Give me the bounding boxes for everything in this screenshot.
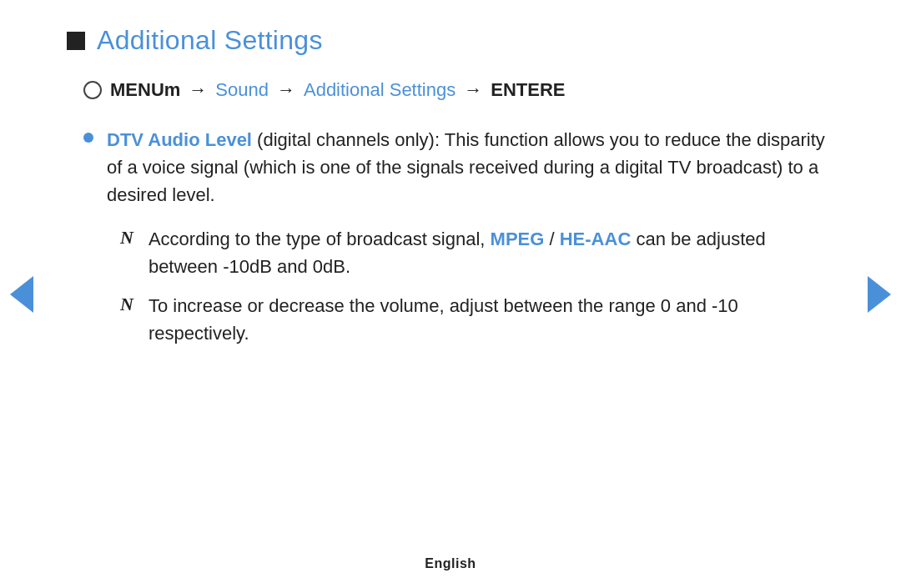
page-container: Additional Settings MENUm → Sound → Addi… <box>0 0 901 588</box>
menu-path: MENUm → Sound → Additional Settings → EN… <box>83 79 834 101</box>
note-label-1: N <box>120 227 133 249</box>
notes-container: N According to the type of broadcast sig… <box>120 225 834 347</box>
dtv-audio-level-highlight: DTV Audio Level <box>107 129 252 150</box>
nav-left-button[interactable] <box>10 276 33 313</box>
note-text-2: To increase or decrease the volume, adju… <box>148 292 834 347</box>
bullet-item: DTV Audio Level (digital channels only):… <box>83 126 834 209</box>
menu-additional-settings-link: Additional Settings <box>304 79 456 101</box>
note-item-1: N According to the type of broadcast sig… <box>120 225 834 280</box>
menu-arrow-3: → <box>464 79 482 101</box>
note-1-text-before: According to the type of broadcast signa… <box>148 229 491 249</box>
note-item-2: N To increase or decrease the volume, ad… <box>120 292 834 347</box>
section-header: Additional Settings <box>67 25 834 56</box>
heaac-highlight: HE-AAC <box>560 229 632 249</box>
section-title: Additional Settings <box>97 25 323 56</box>
menu-prefix: MENUm <box>110 79 180 101</box>
bullet-dot-icon <box>83 133 93 143</box>
bullet-text: DTV Audio Level (digital channels only):… <box>107 126 834 209</box>
content-area: DTV Audio Level (digital channels only):… <box>83 126 834 347</box>
menu-arrow-2: → <box>277 79 295 101</box>
nav-right-button[interactable] <box>868 276 891 313</box>
footer-language: English <box>425 556 476 571</box>
note-label-2: N <box>120 294 133 315</box>
menu-sound-link: Sound <box>215 79 269 101</box>
menu-circle-icon <box>83 81 102 99</box>
mpeg-highlight: MPEG <box>491 229 545 249</box>
section-icon-square <box>67 32 85 50</box>
menu-enter: ENTERE <box>491 79 565 101</box>
note-text-1: According to the type of broadcast signa… <box>148 225 834 280</box>
menu-arrow-1: → <box>189 79 207 101</box>
note-1-separator: / <box>544 229 559 249</box>
